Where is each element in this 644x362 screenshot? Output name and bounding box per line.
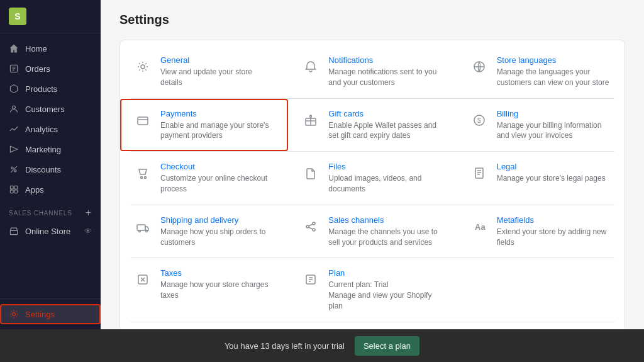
checkout-title: Checkout: [160, 162, 275, 171]
settings-item-notifications[interactable]: Notifications Manage notifications sent …: [288, 45, 456, 98]
gift-cards-icon: [301, 110, 321, 130]
settings-row-1: General View and update your store detai…: [120, 45, 625, 98]
checkout-icon: [133, 163, 153, 183]
sidebar-item-home[interactable]: Home: [0, 38, 101, 59]
settings-item-legal[interactable]: Legal Manage your store's legal pages: [457, 152, 625, 205]
settings-item-payments[interactable]: Payments Enable and manage your store's …: [120, 99, 288, 152]
gift-cards-desc: Enable Apple Wallet passes and set gift …: [328, 120, 443, 142]
sidebar-item-analytics[interactable]: Analytics: [0, 119, 101, 139]
plan-current: Current plan: Trial: [328, 280, 443, 290]
svg-point-6: [11, 167, 13, 169]
shipping-title: Shipping and delivery: [160, 215, 275, 225]
billing-title: Billing: [497, 109, 612, 118]
settings-item-files[interactable]: Files Upload images, videos, and documen…: [288, 152, 456, 205]
payments-title: Payments: [160, 109, 275, 118]
gift-cards-title: Gift cards: [328, 109, 443, 118]
taxes-desc: Manage how your store charges taxes: [160, 280, 275, 301]
plan-icon: [301, 269, 321, 290]
general-icon: [133, 57, 153, 77]
svg-point-14: [13, 313, 16, 316]
sidebar-bottom: Settings: [0, 298, 101, 329]
files-icon: [301, 163, 321, 183]
sidebar-item-marketing[interactable]: Marketing: [0, 139, 101, 159]
discounts-icon: [9, 164, 19, 174]
settings-item-checkout[interactable]: Checkout Customize your online checkout …: [120, 152, 288, 205]
svg-rect-12: [14, 190, 18, 193]
svg-rect-28: [137, 225, 145, 230]
page-title: Settings: [119, 13, 625, 27]
add-sales-channel-icon[interactable]: +: [86, 207, 92, 218]
general-title: General: [160, 55, 275, 65]
notifications-title: Notifications: [328, 55, 443, 65]
svg-text:$: $: [477, 117, 481, 124]
store-languages-desc: Manage the languages your customers can …: [497, 67, 612, 88]
settings-item-users[interactable]: Users and permissions Manage what users …: [288, 322, 456, 329]
svg-point-32: [313, 222, 315, 225]
settings-row-5: Taxes Manage how your store charges taxe…: [120, 258, 625, 321]
select-plan-button[interactable]: Select a plan: [355, 336, 419, 356]
sidebar-item-products[interactable]: Products: [0, 79, 101, 99]
settings-item-general[interactable]: General View and update your store detai…: [120, 45, 288, 98]
logo-icon: S: [9, 8, 26, 25]
metafields-desc: Extend your store by adding new fields: [497, 227, 612, 248]
svg-point-15: [141, 65, 145, 69]
shipping-desc: Manage how you ship orders to customers: [160, 227, 275, 248]
svg-point-33: [313, 229, 315, 231]
store-languages-icon: [469, 57, 489, 77]
settings-item-sales-channels[interactable]: Sales channels Manage the channels you u…: [288, 205, 456, 258]
metafields-icon: Aa: [469, 217, 489, 237]
settings-item-locations[interactable]: Locations Manage the places you stock in…: [120, 322, 288, 329]
svg-point-31: [306, 225, 309, 228]
trial-text: You have 13 days left in your trial: [225, 341, 345, 351]
checkout-desc: Customize your online checkout process: [160, 173, 275, 195]
taxes-icon: [133, 269, 153, 290]
svg-rect-17: [138, 117, 148, 125]
sidebar-item-discounts[interactable]: Discounts: [0, 159, 101, 179]
metafields-title: Metafields: [497, 215, 612, 225]
sales-channels-desc: Manage the channels you use to sell your…: [328, 227, 443, 248]
sidebar-nav: Home Orders Products Customers: [0, 33, 101, 298]
settings-item-metafields[interactable]: Aa Metafields Extend your store by addin…: [457, 205, 625, 258]
svg-marker-5: [10, 146, 17, 152]
legal-title: Legal: [497, 162, 612, 171]
shipping-icon: [133, 217, 153, 237]
sidebar-logo: S: [0, 0, 101, 33]
sidebar-item-settings[interactable]: Settings: [0, 304, 101, 324]
settings-grid-container: General View and update your store detai…: [119, 40, 625, 329]
svg-rect-11: [10, 190, 13, 193]
store-icon: [9, 226, 19, 236]
main-content: Settings General View and update your st…: [101, 0, 644, 329]
customers-icon: [9, 104, 19, 114]
settings-row-3: Checkout Customize your online checkout …: [120, 152, 625, 205]
settings-gear-icon: [9, 309, 19, 319]
general-desc: View and update your store details: [160, 67, 275, 88]
settings-item-store-languages[interactable]: Store languages Manage the languages you…: [457, 45, 625, 98]
settings-row-2: Payments Enable and manage your store's …: [120, 99, 625, 152]
sidebar-item-online-store[interactable]: Online Store 👁: [0, 221, 101, 241]
settings-item-plan[interactable]: Plan Current plan: Trial Manage and view…: [288, 258, 456, 321]
store-languages-title: Store languages: [497, 55, 612, 65]
sidebar: S Home Orders Products: [0, 0, 101, 329]
sales-channels-label: SALES CHANNELS +: [0, 200, 101, 221]
notifications-desc: Manage notifications sent to you and you…: [328, 67, 443, 88]
products-icon: [9, 84, 19, 94]
files-title: Files: [328, 162, 443, 171]
settings-item-gift-cards[interactable]: Gift cards Enable Apple Wallet passes an…: [288, 99, 456, 152]
sidebar-item-orders[interactable]: Orders: [0, 59, 101, 79]
svg-point-22: [141, 177, 143, 179]
svg-point-23: [145, 177, 147, 179]
legal-icon: [469, 163, 489, 183]
settings-item-billing[interactable]: $ Billing Manage your billing informatio…: [457, 99, 625, 152]
svg-point-4: [13, 106, 16, 109]
svg-point-29: [139, 230, 141, 232]
sidebar-item-apps[interactable]: Apps: [0, 179, 101, 200]
store-visibility-icon: 👁: [84, 227, 92, 235]
legal-desc: Manage your store's legal pages: [497, 173, 612, 184]
sidebar-item-customers[interactable]: Customers: [0, 99, 101, 119]
settings-item-shipping[interactable]: Shipping and delivery Manage how you shi…: [120, 205, 288, 258]
svg-rect-24: [475, 168, 483, 178]
apps-icon: [9, 184, 19, 195]
svg-text:Aa: Aa: [475, 222, 486, 232]
settings-item-taxes[interactable]: Taxes Manage how your store charges taxe…: [120, 258, 288, 321]
svg-line-35: [309, 227, 313, 229]
